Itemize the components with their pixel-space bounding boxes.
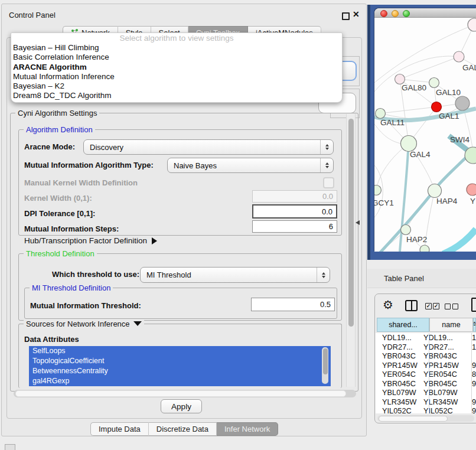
table-row[interactable]: YBL079WYBL079W <box>376 388 476 397</box>
document-icon[interactable] <box>471 298 476 312</box>
manual-kernel-label: Manual Kernel Width Definition <box>24 178 138 187</box>
minimize-traffic-light-icon[interactable] <box>392 10 399 17</box>
table-row[interactable]: YLR345WYLR345W9. <box>376 397 476 407</box>
table-header-third[interactable]: A <box>473 318 476 332</box>
attributes-scrollbar-thumb[interactable] <box>323 348 328 374</box>
table-cell: YLR345W <box>382 397 426 407</box>
table-header-shared[interactable]: shared... <box>377 318 429 332</box>
dropdown-item-aracne-algorithm[interactable]: ARACNE Algorithm <box>11 63 342 72</box>
network-node-label: GAL80 <box>402 83 426 92</box>
aracne-mode-label: Aracne Mode: <box>24 142 75 151</box>
network-node-label: GAL <box>462 63 476 72</box>
table-header-name[interactable]: name <box>429 318 473 332</box>
attribute-item-selfloops[interactable]: SelfLoops <box>29 346 331 356</box>
tab-discretize-data[interactable]: Discretize Data <box>149 422 217 436</box>
table-row[interactable]: YIL052CYIL052C9 <box>376 406 476 413</box>
resize-grip[interactable] <box>5 444 15 450</box>
network-node-gal1[interactable] <box>432 102 442 112</box>
table-cell: YPR145W <box>382 361 426 370</box>
network-node-gal10[interactable] <box>429 78 439 88</box>
network-node-hap4[interactable] <box>428 184 442 198</box>
data-attributes-label: Data Attributes <box>24 335 79 344</box>
settings-scrollbar-thumb[interactable] <box>348 119 354 327</box>
table-cell: 12 <box>472 343 476 352</box>
network-window-titlebar[interactable] <box>374 8 476 18</box>
network-node-gcy1[interactable] <box>374 185 382 195</box>
table-cell: YDL19... <box>382 333 426 343</box>
dpi-tolerance-field[interactable]: 0.0 <box>252 204 337 219</box>
close-traffic-light-icon[interactable] <box>380 10 387 17</box>
which-threshold-combobox[interactable]: MI Threshold <box>140 267 330 283</box>
dpi-tolerance-label: DPI Tolerance [0,1]: <box>24 209 95 218</box>
table-panel-title: Table Panel <box>384 274 424 283</box>
settings-hscrollbar-thumb[interactable] <box>15 390 346 397</box>
tab-impute-data[interactable]: Impute Data <box>90 422 149 436</box>
network-node[interactable] <box>455 96 470 110</box>
table-cell: 8. <box>472 370 476 379</box>
network-node-gal11[interactable] <box>376 109 386 119</box>
column-divider <box>471 333 472 413</box>
dropdown-item-dream8-dc-tdc-algorithm[interactable]: Dream8 DC_TDC Algorithm <box>11 91 342 100</box>
table-cell: YLR345W <box>423 397 467 407</box>
network-node-y[interactable] <box>467 184 476 195</box>
split-columns-icon[interactable] <box>405 300 418 311</box>
kernel-width-label: Kernel Width (0,1): <box>24 194 92 203</box>
float-window-icon[interactable] <box>342 12 350 20</box>
combo-stepper-icon <box>317 268 330 282</box>
network-node[interactable] <box>468 18 476 31</box>
network-node-hap2[interactable] <box>401 225 411 235</box>
data-attributes-list[interactable]: SelfLoopsTopologicalCoefficientBetweenne… <box>29 346 331 386</box>
attribute-item-topologicalcoefficient[interactable]: TopologicalCoefficient <box>29 356 331 366</box>
network-node-gal80[interactable] <box>395 74 405 84</box>
table-row[interactable]: YDL19...YDL19...13 <box>376 333 476 343</box>
table-row[interactable]: YDR27...YDR27...12 <box>376 343 476 352</box>
table-cell: YER054C <box>423 370 467 379</box>
dropdown-item-bayesian-k2[interactable]: Bayesian – K2 <box>11 81 342 91</box>
network-window: GALGAL80GAL10GAL1GAL11GAL4SWI4GCY1HAP4YH… <box>374 8 476 252</box>
network-node[interactable] <box>420 245 429 252</box>
table-hscrollbar-thumb[interactable] <box>379 416 448 422</box>
checked-checkbox-icon[interactable]: ✓ <box>425 303 432 309</box>
gear-icon[interactable]: ⚙ <box>383 298 393 312</box>
combo-stepper-icon <box>320 158 333 172</box>
network-graph[interactable]: GALGAL80GAL10GAL1GAL11GAL4SWI4GCY1HAP4YH… <box>374 18 476 252</box>
table-cell: YDR27... <box>423 343 467 352</box>
dropdown-item-basic-correlation-inference[interactable]: Basic Correlation Inference <box>11 53 342 62</box>
settings-horizontal-scrollbar[interactable] <box>14 390 356 397</box>
table-row[interactable]: YBR043CYBR043C <box>376 351 476 361</box>
table-row[interactable]: YPR145WYPR145W9. <box>376 361 476 370</box>
mi-threshold-field[interactable]: 0.5 <box>251 298 335 311</box>
dropdown-item-mutual-information-inference[interactable]: Mutual Information Inference <box>11 72 342 81</box>
table-row[interactable]: YBR045CYBR045C9. <box>376 379 476 389</box>
attribute-item-betweennesscentrality[interactable]: BetweennessCentrality <box>29 366 331 376</box>
attributes-list-scrollbar[interactable] <box>322 347 328 384</box>
checked-checkbox-icon[interactable]: ✓ <box>433 303 439 309</box>
table-row[interactable]: YER054CYER054C8. <box>376 370 476 379</box>
unchecked-checkbox-icon[interactable] <box>445 304 451 309</box>
mi-steps-field[interactable]: 6 <box>252 220 337 233</box>
apply-button[interactable]: Apply <box>161 399 202 413</box>
manual-kernel-checkbox[interactable] <box>323 177 334 188</box>
sources-group-title[interactable]: Sources for Network Inference <box>24 319 144 328</box>
network-thick-edges <box>374 109 476 252</box>
attribute-item-gal4rgexp[interactable]: gal4RGexp <box>29 376 331 386</box>
settings-vertical-scrollbar[interactable] <box>346 114 356 387</box>
control-panel-title: Control Panel <box>9 11 56 19</box>
table-cell: YIL052C <box>423 406 467 413</box>
combo-stepper-icon <box>320 140 333 154</box>
zoom-traffic-light-icon[interactable] <box>403 10 410 17</box>
mi-type-combobox[interactable]: Naive Bayes <box>167 158 334 173</box>
algorithm-dropdown-list: Select algorithm to view settings Bayesi… <box>11 32 343 103</box>
hub-section-header[interactable]: Hub/Transcription Factor Definition <box>24 236 157 245</box>
tab-infer-network[interactable]: Infer Network <box>217 422 278 436</box>
table-horizontal-scrollbar[interactable] <box>377 415 474 422</box>
dropdown-items: Bayesian – Hill ClimbingBasic Correlatio… <box>11 43 342 101</box>
kernel-width-field[interactable]: 0.0 <box>252 190 337 203</box>
aracne-mode-combobox[interactable]: Discovery <box>83 139 334 155</box>
close-icon[interactable]: ✕ <box>353 9 360 19</box>
table-cell: YBR045C <box>423 379 467 389</box>
dropdown-item-bayesian-hill-climbing[interactable]: Bayesian – Hill Climbing <box>11 43 342 53</box>
unchecked-checkbox-icon[interactable] <box>452 304 458 309</box>
network-node-gal4[interactable] <box>401 136 417 152</box>
network-node-gal[interactable] <box>454 51 464 62</box>
